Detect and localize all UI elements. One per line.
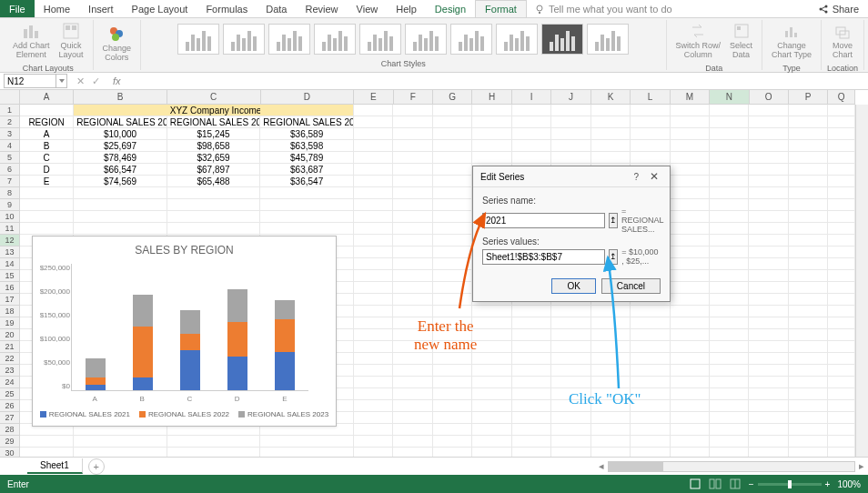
- cell-G19[interactable]: [433, 317, 472, 329]
- cell-O1[interactable]: [749, 105, 788, 116]
- cell-M11[interactable]: [671, 223, 710, 235]
- cell-L5[interactable]: [631, 152, 670, 164]
- cell-E29[interactable]: [354, 436, 393, 448]
- cell-K22[interactable]: [591, 353, 631, 365]
- cell-Q10[interactable]: [828, 211, 855, 223]
- chart-style-10[interactable]: [587, 24, 629, 55]
- cell-E7[interactable]: [354, 176, 393, 187]
- cell-O22[interactable]: [749, 353, 788, 365]
- cell-E16[interactable]: [354, 282, 393, 294]
- cell-I22[interactable]: [512, 353, 551, 365]
- cell-F18[interactable]: [393, 306, 432, 317]
- zoom-out-icon[interactable]: −: [749, 479, 754, 489]
- cell-L2[interactable]: [631, 116, 670, 128]
- cell-M10[interactable]: [671, 211, 710, 223]
- cell-D30[interactable]: [260, 448, 354, 457]
- cell-H29[interactable]: [472, 436, 511, 448]
- row-header-5[interactable]: 5: [0, 152, 20, 164]
- cell-F10[interactable]: [393, 211, 432, 223]
- cell-K4[interactable]: [591, 140, 631, 152]
- cell-O8[interactable]: [749, 187, 788, 199]
- quick-layout-button[interactable]: Quick Layout: [56, 20, 87, 62]
- cell-H4[interactable]: [472, 140, 511, 152]
- cell-E24[interactable]: [354, 377, 393, 388]
- cell-A4[interactable]: B: [20, 140, 74, 152]
- cell-F9[interactable]: [393, 199, 432, 211]
- cell-I23[interactable]: [512, 365, 551, 377]
- cell-D5[interactable]: $45,789: [260, 152, 354, 164]
- cell-D4[interactable]: $63,598: [260, 140, 354, 152]
- cell-O5[interactable]: [749, 152, 788, 164]
- cell-P23[interactable]: [789, 365, 828, 377]
- add-chart-element-button[interactable]: Add Chart Element: [9, 20, 54, 62]
- cell-K20[interactable]: [591, 329, 631, 341]
- cell-M16[interactable]: [671, 282, 710, 294]
- cell-L29[interactable]: [631, 436, 670, 448]
- cell-N12[interactable]: [710, 235, 749, 246]
- col-header-B[interactable]: B: [74, 90, 167, 105]
- cell-H20[interactable]: [472, 329, 511, 341]
- cell-O12[interactable]: [749, 235, 788, 246]
- cell-J5[interactable]: [551, 152, 590, 164]
- col-header-M[interactable]: M: [671, 90, 710, 105]
- cell-H23[interactable]: [472, 365, 511, 377]
- cell-M20[interactable]: [671, 329, 710, 341]
- cell-G15[interactable]: [433, 270, 472, 282]
- cell-M2[interactable]: [671, 116, 710, 128]
- cell-I25[interactable]: [512, 388, 551, 400]
- change-chart-type-button[interactable]: Change Chart Type: [768, 20, 815, 62]
- row-header-10[interactable]: 10: [0, 211, 20, 223]
- cell-P11[interactable]: [789, 223, 828, 235]
- cell-F27[interactable]: [393, 412, 432, 424]
- cell-O25[interactable]: [749, 388, 788, 400]
- cell-B4[interactable]: $25,697: [74, 140, 167, 152]
- cell-H22[interactable]: [472, 353, 511, 365]
- cell-N26[interactable]: [710, 400, 749, 412]
- cell-Q30[interactable]: [828, 448, 855, 457]
- cell-G23[interactable]: [433, 365, 472, 377]
- cell-F15[interactable]: [393, 270, 432, 282]
- cell-M23[interactable]: [671, 365, 710, 377]
- cell-O13[interactable]: [749, 246, 788, 258]
- cell-M19[interactable]: [671, 317, 710, 329]
- cell-H5[interactable]: [472, 152, 511, 164]
- cell-G9[interactable]: [433, 199, 472, 211]
- cell-H3[interactable]: [472, 128, 511, 140]
- cell-E18[interactable]: [354, 306, 393, 317]
- cell-H21[interactable]: [472, 341, 511, 353]
- cell-P16[interactable]: [789, 282, 828, 294]
- cell-N21[interactable]: [710, 341, 749, 353]
- row-header-7[interactable]: 7: [0, 176, 20, 187]
- cell-E14[interactable]: [354, 258, 393, 270]
- cell-P12[interactable]: [789, 235, 828, 246]
- cell-E11[interactable]: [354, 223, 393, 235]
- cell-B9[interactable]: [74, 199, 167, 211]
- cell-F2[interactable]: [393, 116, 432, 128]
- cell-F13[interactable]: [393, 246, 432, 258]
- cell-B29[interactable]: [74, 436, 167, 448]
- cell-Q4[interactable]: [828, 140, 855, 152]
- cell-G12[interactable]: [433, 235, 472, 246]
- sheet-tab-sheet1[interactable]: Sheet1: [27, 458, 83, 474]
- cell-G7[interactable]: [433, 176, 472, 187]
- cell-G25[interactable]: [433, 388, 472, 400]
- cell-G8[interactable]: [433, 187, 472, 199]
- row-header-27[interactable]: 27: [0, 412, 20, 424]
- cell-P7[interactable]: [789, 176, 828, 187]
- cell-C1[interactable]: XYZ Company Income Summary: [167, 105, 261, 116]
- chart-style-3[interactable]: [268, 24, 310, 55]
- cell-G11[interactable]: [433, 223, 472, 235]
- col-header-C[interactable]: C: [167, 90, 261, 105]
- cell-J18[interactable]: [551, 306, 590, 317]
- cell-G20[interactable]: [433, 329, 472, 341]
- cell-D7[interactable]: $36,547: [260, 176, 354, 187]
- cell-J1[interactable]: [551, 105, 590, 116]
- cell-L19[interactable]: [631, 317, 670, 329]
- cell-O3[interactable]: [749, 128, 788, 140]
- cell-M29[interactable]: [671, 436, 710, 448]
- cell-B6[interactable]: $66,547: [74, 164, 167, 176]
- cell-D3[interactable]: $36,589: [260, 128, 354, 140]
- cell-L21[interactable]: [631, 341, 670, 353]
- cell-B5[interactable]: $78,469: [74, 152, 167, 164]
- chart-style-7[interactable]: [450, 24, 492, 55]
